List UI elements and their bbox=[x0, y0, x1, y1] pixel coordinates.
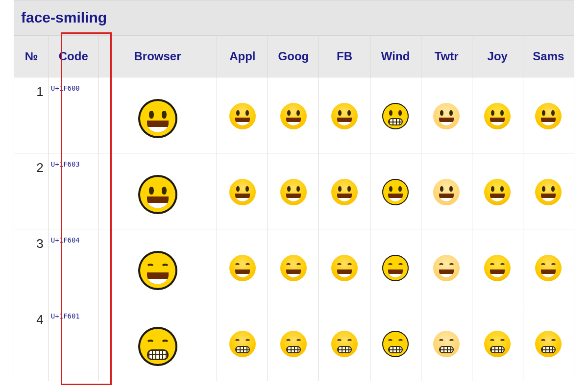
col-vendor-appl: Appl bbox=[217, 36, 268, 77]
row-vendor-emoji bbox=[319, 229, 370, 305]
row-code: U+1F600 bbox=[49, 77, 98, 153]
col-code: Code bbox=[49, 36, 98, 77]
table-row: 4U+1F601 bbox=[14, 305, 574, 381]
emoji-face-icon bbox=[331, 331, 358, 357]
row-number: 1 bbox=[14, 77, 49, 153]
emoji-face-icon bbox=[138, 175, 177, 214]
table-row: 2U+1F603 bbox=[14, 153, 574, 229]
emoji-face-icon bbox=[229, 331, 256, 357]
row-browser-emoji bbox=[98, 305, 217, 381]
row-vendor-emoji bbox=[472, 305, 523, 381]
row-vendor-emoji bbox=[523, 305, 574, 381]
row-browser-emoji bbox=[98, 77, 217, 153]
emoji-face-icon bbox=[331, 255, 358, 281]
col-vendor-wind: Wind bbox=[370, 36, 421, 77]
emoji-face-icon bbox=[484, 103, 511, 129]
row-vendor-emoji bbox=[472, 77, 523, 153]
emoji-face-icon bbox=[382, 331, 409, 357]
emoji-face-icon bbox=[433, 331, 460, 357]
row-vendor-emoji bbox=[268, 229, 319, 305]
row-vendor-emoji bbox=[421, 229, 472, 305]
col-vendor-fb: FB bbox=[319, 36, 370, 77]
row-vendor-emoji bbox=[421, 305, 472, 381]
row-vendor-emoji bbox=[523, 229, 574, 305]
row-vendor-emoji bbox=[268, 305, 319, 381]
emoji-face-icon bbox=[433, 255, 460, 281]
emoji-face-icon bbox=[280, 331, 307, 357]
emoji-face-icon bbox=[138, 327, 177, 366]
row-vendor-emoji bbox=[472, 153, 523, 229]
row-code: U+1F604 bbox=[49, 229, 98, 305]
row-number: 3 bbox=[14, 229, 49, 305]
table-row: 1U+1F600 bbox=[14, 77, 574, 153]
emoji-face-icon bbox=[535, 331, 562, 357]
row-browser-emoji bbox=[98, 229, 217, 305]
col-vendor-goog: Goog bbox=[268, 36, 319, 77]
col-browser: Browser bbox=[98, 36, 217, 77]
emoji-face-icon bbox=[535, 179, 562, 205]
row-vendor-emoji bbox=[217, 77, 268, 153]
emoji-face-icon bbox=[229, 179, 256, 205]
row-number: 2 bbox=[14, 153, 49, 229]
row-code: U+1F601 bbox=[49, 305, 98, 381]
col-vendor-joy: Joy bbox=[472, 36, 523, 77]
emoji-face-icon bbox=[280, 179, 307, 205]
row-vendor-emoji bbox=[217, 153, 268, 229]
col-vendor-sams: Sams bbox=[523, 36, 574, 77]
row-vendor-emoji bbox=[370, 229, 421, 305]
emoji-face-icon bbox=[535, 103, 562, 129]
emoji-face-icon bbox=[382, 179, 409, 205]
table-row: 3U+1F604 bbox=[14, 229, 574, 305]
row-vendor-emoji bbox=[472, 229, 523, 305]
emoji-face-icon bbox=[229, 255, 256, 281]
emoji-face-icon bbox=[280, 255, 307, 281]
row-vendor-emoji bbox=[523, 153, 574, 229]
row-vendor-emoji bbox=[421, 77, 472, 153]
emoji-face-icon bbox=[433, 179, 460, 205]
row-number: 4 bbox=[14, 305, 49, 381]
emoji-face-icon bbox=[382, 103, 409, 129]
section-title: face-smiling bbox=[14, 0, 574, 35]
row-vendor-emoji bbox=[421, 153, 472, 229]
emoji-face-icon bbox=[484, 179, 511, 205]
row-vendor-emoji bbox=[319, 153, 370, 229]
emoji-face-icon bbox=[331, 103, 358, 129]
row-vendor-emoji bbox=[370, 77, 421, 153]
row-vendor-emoji bbox=[523, 77, 574, 153]
emoji-face-icon bbox=[484, 255, 511, 281]
row-vendor-emoji bbox=[217, 305, 268, 381]
row-vendor-emoji bbox=[370, 153, 421, 229]
emoji-face-icon bbox=[138, 99, 177, 138]
row-browser-emoji bbox=[98, 153, 217, 229]
header-row: № Code Browser Appl Goog FB Wind Twtr Jo… bbox=[14, 36, 574, 77]
emoji-face-icon bbox=[433, 103, 460, 129]
row-vendor-emoji bbox=[319, 305, 370, 381]
emoji-face-icon bbox=[535, 255, 562, 281]
emoji-face-icon bbox=[382, 255, 409, 281]
emoji-face-icon bbox=[229, 103, 256, 129]
row-vendor-emoji bbox=[217, 229, 268, 305]
emoji-face-icon bbox=[484, 331, 511, 357]
row-vendor-emoji bbox=[268, 77, 319, 153]
emoji-table: № Code Browser Appl Goog FB Wind Twtr Jo… bbox=[14, 35, 574, 381]
row-vendor-emoji bbox=[370, 305, 421, 381]
emoji-face-icon bbox=[138, 251, 177, 290]
row-vendor-emoji bbox=[319, 77, 370, 153]
emoji-face-icon bbox=[331, 179, 358, 205]
emoji-face-icon bbox=[280, 103, 307, 129]
row-code: U+1F603 bbox=[49, 153, 98, 229]
row-vendor-emoji bbox=[268, 153, 319, 229]
col-vendor-twtr: Twtr bbox=[421, 36, 472, 77]
col-num: № bbox=[14, 36, 49, 77]
